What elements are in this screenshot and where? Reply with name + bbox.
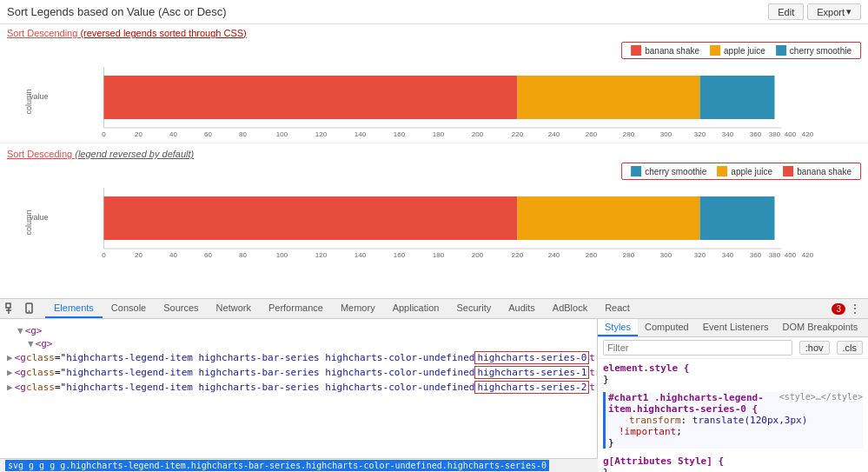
tab-application[interactable]: Application (384, 299, 448, 318)
styles-tab-event-listeners[interactable]: Event Listeners (696, 319, 776, 336)
statusbar-text: svg g g g g.highcharts-legend-item.highc… (5, 460, 549, 471)
svg-rect-48 (6, 303, 10, 308)
elem-line-series2[interactable]: ▶ <g class="highcharts-legend-item highc… (3, 380, 593, 395)
styles-tab-dom-breakpoints[interactable]: DOM Breakpoints (776, 319, 865, 336)
devtools-body: ▼ <g> ▼ <g> ▶ <g class="highcharts-legen… (0, 319, 868, 472)
svg-text:320: 320 (694, 130, 706, 138)
svg-text:380: 380 (769, 251, 781, 259)
arrow-series0[interactable]: ▶ (7, 352, 13, 363)
rule-source-chart1: <style>…</style> (779, 392, 863, 415)
chart2-section: Sort Desceding (legend reversed by defau… (0, 145, 868, 262)
styles-panel: Styles Computed Event Listeners DOM Brea… (598, 319, 868, 472)
legend-color-apple (710, 45, 720, 56)
legend2-label-cherry: cherry smoothie (645, 167, 706, 176)
rule-selector-gattrib: g[Attributes Style] { (603, 455, 724, 467)
more-options-icon[interactable]: ⋮ (849, 302, 861, 316)
tab-adblock[interactable]: AdBlock (544, 299, 596, 318)
svg-text:140: 140 (354, 251, 367, 259)
bar2-banana (104, 196, 518, 240)
svg-text:60: 60 (204, 130, 212, 138)
add-style-button[interactable]: + (865, 319, 868, 336)
elem-line-g2[interactable]: ▼ <g> (3, 337, 593, 350)
styles-filter-input[interactable] (603, 340, 792, 356)
svg-text:240: 240 (548, 251, 560, 259)
elements-content: ▼ <g> ▼ <g> ▶ <g class="highcharts-legen… (0, 322, 597, 396)
device-icon[interactable] (23, 301, 38, 316)
svg-text:340: 340 (722, 251, 734, 259)
svg-text:120: 120 (315, 130, 328, 138)
chart1-title: Sort Descending (reversed legends sorted… (7, 28, 861, 38)
arrow-g1[interactable]: ▼ (17, 325, 23, 336)
legend2-item-banana: banana shake (783, 166, 851, 176)
svg-text:0: 0 (102, 251, 106, 259)
svg-text:300: 300 (660, 130, 673, 138)
tab-performance[interactable]: Performance (260, 299, 332, 318)
tab-elements[interactable]: Elements (45, 299, 103, 318)
rule-selector-element: element.style { (603, 362, 689, 374)
chart1-value-label: value (30, 92, 49, 101)
svg-text:140: 140 (354, 130, 367, 138)
chart2-chart: column value 0 20 40 60 80 100 120 140 1… (14, 183, 854, 262)
export-button[interactable]: Export ▾ (807, 3, 861, 20)
bar-cherry (700, 76, 775, 119)
bar2-cherry (700, 196, 775, 240)
rule-val-transform: translate(120px,3px) (692, 415, 807, 426)
series0-highlight: highcharts-series-0 (474, 351, 589, 364)
tab-audits[interactable]: Audits (500, 299, 544, 318)
rule-selector-chart1: #chart1 .highcharts-legend-item.highchar… (608, 392, 764, 415)
legend-item-apple: apple juice (710, 45, 765, 56)
svg-text:220: 220 (512, 130, 524, 138)
legend2-item-cherry: cherry smoothie (631, 166, 706, 176)
chart2-legend: cherry smoothie apple juice banana shake (621, 163, 861, 180)
elem-line-series1[interactable]: ▶ <g class="highcharts-legend-item highc… (3, 365, 593, 380)
styles-tabs-bar: Styles Computed Event Listeners DOM Brea… (598, 319, 868, 337)
top-bar: Sort Legends based on Value (Asc or Desc… (0, 0, 868, 24)
devtools-panel: Elements Console Sources Network Perform… (0, 298, 868, 472)
svg-text:20: 20 (135, 251, 142, 259)
svg-text:380: 380 (769, 130, 781, 138)
svg-text:100: 100 (276, 251, 288, 259)
page-title: Sort Legends based on Value (Asc or Desc… (7, 5, 227, 18)
legend2-item-apple: apple juice (717, 166, 772, 176)
tab-sources[interactable]: Sources (155, 299, 207, 318)
rule-prop-transform: transform (619, 415, 681, 426)
arrow-series1[interactable]: ▶ (7, 367, 13, 378)
chart1-svg: 0 20 40 60 80 100 120 140 160 180 200 22… (31, 63, 868, 141)
styles-filter-row: :hov .cls (603, 340, 863, 356)
cls-button[interactable]: .cls (837, 341, 864, 355)
svg-text:420: 420 (802, 130, 814, 138)
series2-highlight: highcharts-series-2 (474, 381, 589, 394)
svg-text:80: 80 (239, 130, 247, 138)
svg-text:60: 60 (204, 251, 212, 259)
tab-react[interactable]: React (596, 299, 639, 318)
svg-text:280: 280 (623, 251, 635, 259)
bar-banana (104, 76, 518, 119)
inspect-icon[interactable] (3, 301, 19, 316)
svg-text:420: 420 (802, 251, 814, 259)
svg-text:400: 400 (785, 130, 797, 138)
tab-network[interactable]: Network (208, 299, 260, 318)
svg-text:280: 280 (623, 130, 635, 138)
legend-label-apple: apple juice (724, 46, 765, 56)
tab-memory[interactable]: Memory (332, 299, 384, 318)
chart1-legend: banana shake apple juice cherry smoothie (621, 42, 861, 59)
statusbar: svg g g g g.highcharts-legend-item.highc… (0, 458, 598, 472)
svg-text:0: 0 (102, 130, 106, 138)
chart1-chart: column value 0 20 40 60 80 100 120 (14, 63, 854, 141)
edit-button[interactable]: Edit (768, 3, 804, 20)
chart1-legend-container: banana shake apple juice cherry smoothie (7, 40, 861, 61)
tab-security[interactable]: Security (447, 299, 500, 318)
svg-text:360: 360 (750, 130, 762, 138)
svg-text:260: 260 (586, 130, 598, 138)
elem-line-g1[interactable]: ▼ <g> (3, 324, 593, 337)
elem-line-series0[interactable]: ▶ <g class="highcharts-legend-item highc… (3, 350, 593, 365)
styles-tab-computed[interactable]: Computed (638, 319, 696, 336)
svg-text:180: 180 (433, 251, 445, 259)
svg-text:160: 160 (394, 130, 406, 138)
arrow-g2[interactable]: ▼ (28, 338, 34, 349)
tab-console[interactable]: Console (103, 299, 155, 318)
arrow-series2[interactable]: ▶ (7, 382, 13, 393)
hov-button[interactable]: :hov (799, 341, 830, 355)
svg-text:20: 20 (135, 130, 142, 138)
styles-tab-styles[interactable]: Styles (598, 319, 638, 336)
